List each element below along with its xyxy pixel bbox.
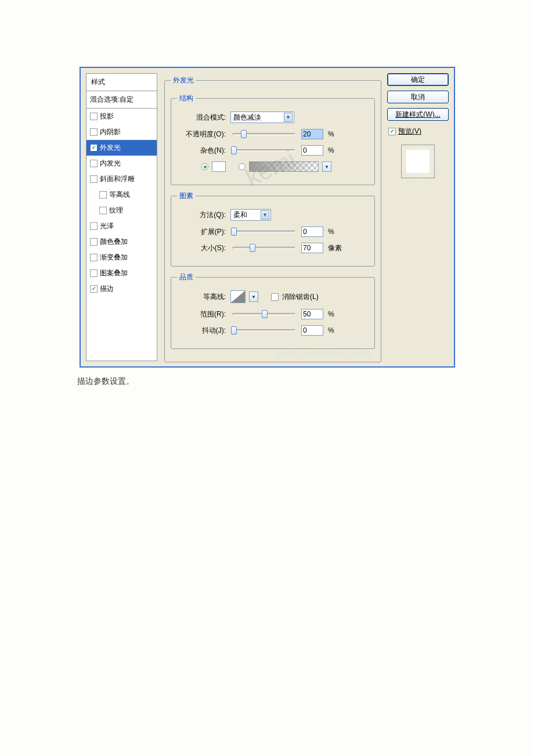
noise-label: 杂色(N): bbox=[177, 146, 227, 156]
preview-thumbnail bbox=[401, 145, 435, 178]
style-item-label: 等高线 bbox=[109, 190, 130, 200]
style-item-label: 内发光 bbox=[100, 159, 121, 168]
jitter-unit: % bbox=[328, 326, 334, 334]
style-item-pattern-overlay[interactable]: 图案叠加 bbox=[86, 265, 157, 281]
checkbox-icon[interactable] bbox=[90, 160, 98, 167]
range-unit: % bbox=[328, 310, 334, 318]
style-item-label: 渐变叠加 bbox=[100, 253, 128, 262]
contour-picker[interactable] bbox=[230, 290, 246, 303]
technique-label: 方法(Q): bbox=[177, 210, 227, 220]
checkbox-icon[interactable] bbox=[90, 254, 98, 261]
preview-label: 预览(V) bbox=[398, 127, 421, 136]
glow-color-radio[interactable] bbox=[201, 163, 208, 170]
dialog-buttons: 确定 取消 新建样式(W)... 预览(V) bbox=[384, 73, 449, 361]
spread-label: 扩展(P): bbox=[177, 227, 227, 237]
checkbox-icon[interactable] bbox=[90, 144, 98, 152]
preview-checkbox[interactable] bbox=[388, 128, 396, 135]
contour-label: 等高线: bbox=[177, 292, 227, 302]
checkbox-icon[interactable] bbox=[99, 191, 107, 199]
blending-options-item[interactable]: 混合选项:自定 bbox=[86, 91, 157, 109]
size-slider[interactable] bbox=[233, 247, 295, 249]
layer-style-dialog: 样式 混合选项:自定 投影 内阴影 外发光 内发光 斜面和浮雕 bbox=[80, 67, 455, 368]
checkbox-icon[interactable] bbox=[90, 269, 98, 277]
opacity-unit: % bbox=[328, 130, 334, 138]
elements-legend: 图素 bbox=[177, 191, 196, 201]
cancel-button[interactable]: 取消 bbox=[387, 91, 449, 103]
quality-group: 品质 等高线: ▼ 消除锯齿(L) 范围(R): % bbox=[171, 272, 375, 349]
structure-group: 结构 混合模式: 颜色减淡 ▼ 不透明度(O): % bbox=[171, 93, 375, 185]
outer-glow-group: 外发光 结构 混合模式: 颜色减淡 ▼ 不透明度(O): bbox=[164, 75, 381, 362]
chevron-down-icon: ▼ bbox=[261, 210, 269, 219]
style-item-drop-shadow[interactable]: 投影 bbox=[86, 109, 157, 124]
gradient-dropdown-icon[interactable]: ▼ bbox=[322, 161, 331, 172]
style-item-satin[interactable]: 光泽 bbox=[86, 218, 157, 234]
opacity-input[interactable] bbox=[301, 129, 323, 139]
jitter-input[interactable] bbox=[301, 325, 323, 336]
noise-slider[interactable] bbox=[233, 149, 295, 152]
anti-alias-checkbox[interactable] bbox=[271, 293, 279, 301]
checkbox-icon[interactable] bbox=[90, 175, 98, 183]
elements-group: 图素 方法(Q): 柔和 ▼ 扩展(P): % bbox=[171, 191, 375, 267]
range-label: 范围(R): bbox=[177, 309, 227, 319]
new-style-button[interactable]: 新建样式(W)... bbox=[387, 108, 449, 121]
style-item-gradient-overlay[interactable]: 渐变叠加 bbox=[86, 250, 157, 265]
settings-panel: 外发光 结构 混合模式: 颜色减淡 ▼ 不透明度(O): bbox=[164, 73, 384, 361]
opacity-label: 不透明度(O): bbox=[177, 129, 227, 139]
outer-glow-title: 外发光 bbox=[171, 75, 196, 85]
style-item-texture[interactable]: 纹理 bbox=[86, 203, 157, 218]
style-item-label: 描边 bbox=[100, 284, 114, 294]
jitter-label: 抖动(J): bbox=[177, 326, 227, 336]
style-item-inner-shadow[interactable]: 内阴影 bbox=[86, 124, 157, 140]
checkbox-icon[interactable] bbox=[90, 238, 98, 246]
opacity-slider[interactable] bbox=[233, 133, 295, 135]
spread-slider[interactable] bbox=[233, 231, 295, 233]
noise-input[interactable] bbox=[301, 145, 323, 156]
style-item-label: 纹理 bbox=[109, 206, 123, 215]
style-item-label: 光泽 bbox=[100, 221, 114, 231]
structure-legend: 结构 bbox=[177, 93, 196, 103]
style-item-label: 投影 bbox=[100, 111, 114, 121]
style-item-label: 图案叠加 bbox=[100, 268, 128, 278]
range-input[interactable] bbox=[301, 309, 323, 319]
spread-input[interactable] bbox=[301, 226, 323, 237]
jitter-slider[interactable] bbox=[233, 329, 295, 332]
style-item-label: 外发光 bbox=[100, 143, 121, 153]
style-item-contour[interactable]: 等高线 bbox=[86, 187, 157, 203]
technique-select[interactable]: 柔和 ▼ bbox=[230, 209, 271, 221]
style-item-label: 斜面和浮雕 bbox=[100, 174, 135, 184]
checkbox-icon[interactable] bbox=[90, 285, 98, 293]
quality-legend: 品质 bbox=[177, 272, 196, 282]
style-item-color-overlay[interactable]: 颜色叠加 bbox=[86, 234, 157, 250]
range-slider[interactable] bbox=[233, 313, 295, 315]
size-label: 大小(S): bbox=[177, 243, 227, 253]
checkbox-icon[interactable] bbox=[90, 113, 98, 120]
blend-mode-value: 颜色减淡 bbox=[233, 113, 261, 123]
technique-value: 柔和 bbox=[233, 210, 247, 220]
checkbox-icon[interactable] bbox=[90, 222, 98, 230]
anti-alias-label: 消除锯齿(L) bbox=[282, 292, 319, 302]
glow-gradient-swatch[interactable] bbox=[249, 161, 319, 172]
ok-button[interactable]: 确定 bbox=[387, 73, 449, 86]
styles-header: 样式 bbox=[86, 74, 157, 91]
chevron-down-icon: ▼ bbox=[284, 113, 293, 122]
spread-unit: % bbox=[328, 228, 334, 236]
style-item-label: 颜色叠加 bbox=[100, 237, 128, 247]
noise-unit: % bbox=[328, 146, 334, 154]
styles-list: 样式 混合选项:自定 投影 内阴影 外发光 内发光 斜面和浮雕 bbox=[86, 73, 157, 361]
size-input[interactable] bbox=[301, 243, 323, 253]
style-item-outer-glow[interactable]: 外发光 bbox=[86, 140, 157, 156]
checkbox-icon[interactable] bbox=[99, 207, 107, 214]
blend-mode-label: 混合模式: bbox=[177, 113, 227, 123]
size-unit: 像素 bbox=[328, 243, 342, 253]
style-item-stroke[interactable]: 描边 bbox=[86, 281, 157, 297]
checkbox-icon[interactable] bbox=[90, 128, 98, 136]
blend-mode-select[interactable]: 颜色减淡 ▼ bbox=[230, 111, 294, 123]
caption-text: 描边参数设置。 bbox=[77, 376, 134, 387]
glow-color-swatch[interactable] bbox=[212, 161, 226, 172]
style-item-bevel-emboss[interactable]: 斜面和浮雕 bbox=[86, 171, 157, 187]
contour-dropdown-icon[interactable]: ▼ bbox=[249, 291, 258, 302]
style-item-label: 内阴影 bbox=[100, 127, 121, 137]
style-item-inner-glow[interactable]: 内发光 bbox=[86, 156, 157, 171]
glow-gradient-radio[interactable] bbox=[239, 163, 246, 170]
